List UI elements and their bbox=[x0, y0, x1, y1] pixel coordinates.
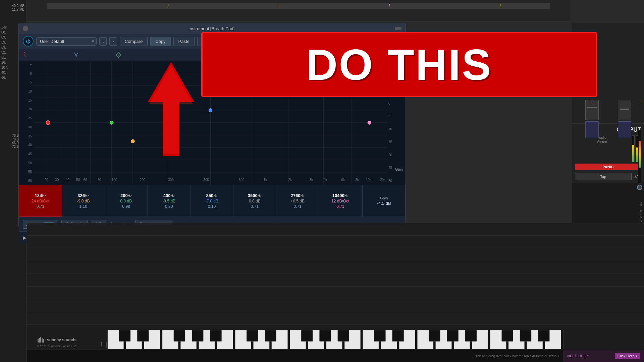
gain-label-title: Gain bbox=[380, 196, 388, 200]
svg-marker-49 bbox=[149, 65, 193, 154]
do-this-text: DO THIS bbox=[306, 40, 492, 90]
band-1-db: 24 dB/Oct bbox=[32, 199, 49, 203]
svg-text:200: 200 bbox=[140, 178, 146, 182]
exclamation-3: ! bbox=[389, 3, 390, 8]
svg-rect-81 bbox=[265, 330, 276, 342]
track-strip-5 bbox=[27, 274, 644, 287]
exclamation-2: ! bbox=[278, 3, 279, 8]
svg-rect-95 bbox=[40, 337, 41, 343]
branding-area: sunday sounds © 2021 SundaySounds® LLC bbox=[37, 336, 76, 348]
svg-text:2k: 2k bbox=[288, 178, 292, 182]
svg-text:50: 50 bbox=[76, 178, 80, 182]
svg-text:80: 80 bbox=[98, 178, 102, 182]
bottom-area: Breath Pad bbox=[27, 223, 644, 362]
svg-rect-89 bbox=[465, 330, 477, 342]
svg-text:20: 20 bbox=[45, 178, 49, 182]
filter-icon-highpass[interactable]: ⌇ bbox=[23, 51, 26, 58]
svg-rect-86 bbox=[392, 330, 404, 342]
svg-text:20k: 20k bbox=[380, 178, 386, 182]
close-button[interactable] bbox=[23, 26, 28, 31]
band-2-db: -9.0 dB bbox=[77, 199, 90, 203]
band-col-6[interactable]: 3500Hz 0.0 dB 0.71 bbox=[233, 185, 276, 217]
output-controls: AudioStereo bbox=[575, 135, 641, 162]
memory-value-1: 40.2 MB bbox=[0, 4, 26, 8]
fader-purple-1[interactable] bbox=[585, 121, 599, 138]
db-label-35: 35 bbox=[19, 134, 34, 138]
db-label-plus: + bbox=[19, 63, 34, 66]
band-col-1[interactable]: 124Hz 24 dB/Oct 0.71 bbox=[19, 185, 62, 217]
svg-rect-84 bbox=[338, 330, 349, 342]
band-col-5[interactable]: 850Hz -7.0 dB 0.10 bbox=[191, 185, 233, 217]
svg-rect-76 bbox=[137, 330, 149, 342]
svg-rect-93 bbox=[38, 339, 39, 343]
svg-point-21 bbox=[46, 121, 50, 125]
band-col-4[interactable]: 400Hz -9.5 dB 0.20 bbox=[148, 185, 191, 217]
need-help-text: NEED HELP? bbox=[567, 354, 590, 358]
fader-row-2 bbox=[576, 121, 641, 138]
fader-purple-2[interactable] bbox=[618, 121, 631, 138]
piano-keyboard bbox=[107, 330, 564, 349]
svg-rect-75 bbox=[119, 330, 130, 342]
brand-name: sunday sounds bbox=[47, 338, 76, 342]
track-bar: ! ! ! ! bbox=[47, 3, 550, 9]
svg-text:60: 60 bbox=[83, 178, 87, 182]
track-strip-3 bbox=[27, 248, 644, 261]
band-4-q: 0.20 bbox=[165, 204, 173, 209]
fader-area: ! bbox=[576, 100, 641, 120]
db-label-50: 50 bbox=[19, 161, 34, 165]
midi-symbol: ⊢| bbox=[101, 341, 108, 348]
svg-rect-79 bbox=[210, 330, 222, 342]
band-2-freq: 326Hz bbox=[77, 193, 89, 198]
need-help-bar: NEED HELP? Click Here > bbox=[564, 350, 644, 362]
db-label-10: 10 bbox=[19, 89, 34, 93]
vert-knob[interactable] bbox=[637, 185, 642, 190]
filter-icon-peak1[interactable]: ⋎ bbox=[73, 50, 79, 59]
power-button[interactable]: ⏻ bbox=[23, 36, 34, 47]
meter-left bbox=[632, 135, 635, 162]
band-3-q: 0.98 bbox=[122, 204, 130, 209]
filter-icon-diamond[interactable]: ◇ bbox=[116, 50, 121, 59]
band-7-db: +6.5 dB bbox=[290, 199, 305, 203]
back-button[interactable]: ‹ bbox=[99, 37, 107, 46]
piano-keys-svg bbox=[108, 330, 563, 349]
svg-text:10k: 10k bbox=[366, 178, 372, 182]
band-col-3[interactable]: 200Hz 0.0 dB 0.98 bbox=[105, 185, 148, 217]
db-label-45: 45 bbox=[19, 152, 34, 156]
svg-text:100: 100 bbox=[112, 178, 117, 182]
click-here-button[interactable]: Click Here > bbox=[615, 353, 640, 359]
band-2-q: 1.10 bbox=[79, 204, 87, 209]
band-3-freq: 200Hz bbox=[120, 193, 132, 198]
compare-button[interactable]: Compare bbox=[120, 37, 148, 46]
svg-text:500: 500 bbox=[203, 178, 209, 182]
fader-1[interactable]: ! bbox=[585, 100, 599, 120]
band-col-8[interactable]: 10400Hz 12 dB/Oct 0.71 bbox=[319, 185, 362, 217]
preset-dropdown[interactable]: User Default bbox=[36, 37, 97, 46]
band-3-db: 0.0 dB bbox=[120, 199, 132, 203]
paste-button[interactable]: Paste bbox=[173, 37, 195, 46]
db-label-0: 0 bbox=[19, 72, 34, 75]
gain-col: Gain -4.5 dB bbox=[362, 185, 406, 217]
svg-text:30: 30 bbox=[55, 178, 59, 182]
track-strip-1 bbox=[27, 223, 644, 236]
svg-rect-90 bbox=[502, 330, 513, 342]
db-label-40: 40 bbox=[19, 143, 34, 147]
minimize-button[interactable] bbox=[395, 27, 401, 30]
fader-2[interactable] bbox=[618, 100, 631, 120]
tap-button[interactable]: Tap bbox=[575, 173, 632, 180]
tonic-automator-hint: Click and drag over black box for Tonic … bbox=[474, 354, 559, 358]
window-title: Instrument [Breath Pad] bbox=[28, 26, 395, 31]
brand-logo-row: sunday sounds bbox=[37, 336, 76, 344]
db-label-5: 5 bbox=[19, 80, 34, 84]
svg-text:4k: 4k bbox=[323, 178, 327, 182]
copy-button[interactable]: Copy bbox=[150, 37, 170, 46]
svg-rect-82 bbox=[301, 330, 313, 342]
panic-button[interactable]: PANIC bbox=[575, 164, 641, 170]
band-6-q: 0.71 bbox=[251, 204, 259, 209]
forward-button[interactable]: › bbox=[109, 37, 117, 46]
band-4-db: -9.5 dB bbox=[162, 199, 175, 203]
band-col-7[interactable]: 2760Hz +6.5 dB 0.71 bbox=[276, 185, 319, 217]
db-label-55: 55 bbox=[19, 170, 34, 174]
band-col-2[interactable]: 326Hz -9.0 dB 1.10 bbox=[62, 185, 105, 217]
play-button[interactable]: ▶ bbox=[23, 235, 26, 240]
svg-rect-80 bbox=[247, 330, 258, 342]
